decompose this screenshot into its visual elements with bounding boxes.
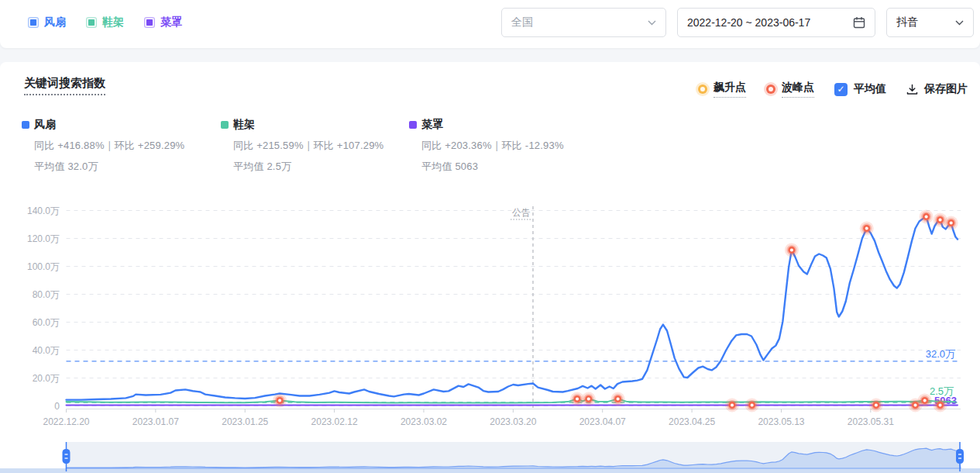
- y-axis-label: 40.0万: [33, 345, 60, 356]
- y-axis-label: 140.0万: [27, 205, 60, 216]
- y-axis-label: 120.0万: [27, 233, 60, 244]
- x-axis-label: 2022.12.20: [43, 416, 89, 427]
- peak-point-marker[interactable]: [745, 398, 759, 412]
- peak-point-marker[interactable]: [944, 216, 958, 230]
- y-axis-label: 60.0万: [33, 317, 60, 328]
- peak-point-marker[interactable]: [869, 398, 883, 412]
- search-index-chart: 020.0万40.0万60.0万80.0万100.0万120.0万140.0万2…: [0, 0, 980, 473]
- x-axis-label: 2023.03.02: [401, 416, 447, 427]
- x-axis-label: 2023.01.25: [222, 416, 268, 427]
- x-axis-label: 2023.04.25: [669, 416, 715, 427]
- peak-point-marker[interactable]: [920, 209, 934, 223]
- announcement-label[interactable]: 公告: [512, 207, 531, 218]
- average-value-label: 32.0万: [926, 348, 955, 360]
- peak-point-marker[interactable]: [860, 222, 874, 236]
- y-axis-label: 0: [54, 401, 60, 412]
- peak-point-marker[interactable]: [909, 398, 923, 412]
- series-line-鞋架: [67, 399, 955, 403]
- series-line-风扇: [67, 216, 958, 399]
- y-axis-label: 80.0万: [33, 289, 60, 300]
- x-axis-label: 2023.02.12: [311, 416, 358, 427]
- y-axis-label: 20.0万: [33, 373, 60, 384]
- peak-point-marker[interactable]: [934, 398, 947, 412]
- peak-point-marker[interactable]: [273, 393, 287, 407]
- peak-point-marker[interactable]: [785, 243, 799, 257]
- x-axis-label: 2023.01.07: [132, 416, 179, 427]
- peak-point-marker[interactable]: [611, 392, 625, 406]
- brush-baseline-band: [0, 468, 980, 473]
- peak-point-marker[interactable]: [582, 392, 596, 406]
- x-axis-label: 2023.05.13: [758, 416, 804, 427]
- peak-point-marker[interactable]: [725, 398, 739, 412]
- x-axis-label: 2023.04.07: [579, 416, 626, 427]
- y-axis-label: 100.0万: [27, 261, 60, 272]
- x-axis-label: 2023.03.20: [490, 416, 536, 427]
- x-axis-label: 2023.05.31: [848, 416, 894, 427]
